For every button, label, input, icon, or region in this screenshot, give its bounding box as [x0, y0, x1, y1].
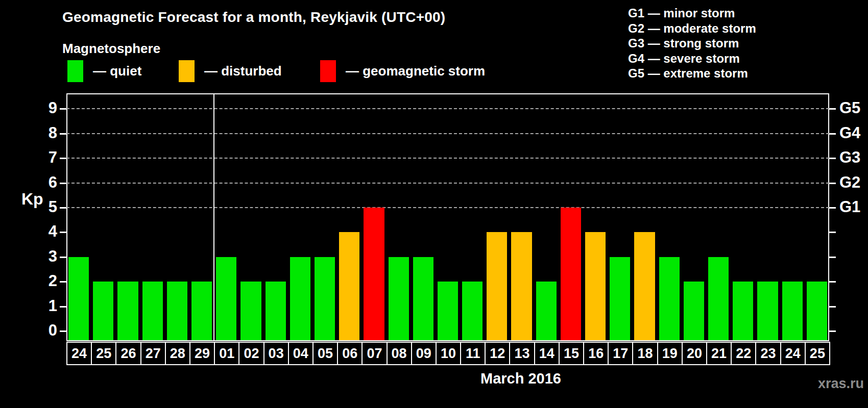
- y-axis-tick: [60, 306, 66, 308]
- bar: [240, 282, 261, 340]
- y-axis-tick: [60, 108, 66, 110]
- bar: [290, 257, 310, 340]
- x-axis-date-label: 24: [66, 342, 92, 365]
- x-axis-date-label: 18: [632, 342, 658, 365]
- bar: [659, 257, 680, 340]
- x-axis-date-label: 16: [583, 342, 609, 365]
- right-axis-label-g4: G4: [839, 124, 860, 142]
- bar: [585, 232, 606, 340]
- y-axis-tick-right: [829, 281, 836, 283]
- plot-layer: 0123456789G1G2G3G4G524252627282901020304…: [0, 0, 868, 408]
- bar: [610, 257, 630, 340]
- y-axis-tick-right: [829, 232, 836, 233]
- y-tick-label: 2: [27, 272, 57, 290]
- bar: [438, 282, 458, 340]
- x-axis-date-label: 23: [755, 342, 781, 365]
- y-axis-tick-right: [829, 183, 836, 184]
- bar: [413, 257, 433, 340]
- y-tick-label: 9: [27, 99, 57, 117]
- x-axis-date-label: 20: [682, 342, 707, 365]
- x-axis-date-label: 05: [312, 342, 338, 365]
- bar: [339, 232, 359, 340]
- x-axis-date-label: 27: [140, 342, 166, 365]
- y-axis-tick: [60, 257, 66, 258]
- x-axis-date-label: 11: [460, 342, 486, 365]
- bar: [93, 282, 113, 340]
- x-axis-date-label: 03: [263, 342, 289, 365]
- bar: [462, 282, 483, 340]
- grid-line: [66, 183, 829, 184]
- y-axis-tick: [60, 158, 66, 159]
- y-axis-tick-right: [829, 108, 836, 110]
- y-tick-label: 4: [27, 222, 57, 241]
- grid-line: [66, 158, 829, 159]
- bar: [561, 208, 581, 340]
- y-axis-tick-right: [829, 306, 836, 308]
- bar: [117, 282, 138, 340]
- y-axis-tick-right: [829, 133, 836, 135]
- x-axis-month-label: March 2016: [460, 370, 582, 387]
- watermark: xras.ru: [818, 376, 864, 392]
- x-axis-date-label: 25: [805, 342, 830, 365]
- bar: [733, 282, 753, 340]
- x-axis-date-label: 10: [436, 342, 461, 365]
- y-tick-label: 5: [27, 198, 57, 216]
- x-axis-date-label: 13: [509, 342, 535, 365]
- geomagnetic-forecast-chart: Geomagnetic Forecast for a month, Reykja…: [0, 0, 868, 408]
- x-axis-date-label: 04: [288, 342, 314, 365]
- bar: [142, 282, 163, 340]
- y-tick-label: 1: [27, 297, 57, 315]
- bar: [684, 282, 704, 340]
- x-axis-date-label: 29: [189, 342, 215, 365]
- bar: [364, 208, 384, 340]
- bar: [782, 282, 803, 340]
- bar: [511, 232, 532, 340]
- x-axis-date-label: 17: [608, 342, 633, 365]
- x-axis-date-label: 28: [165, 342, 190, 365]
- x-axis-date-label: 19: [657, 342, 683, 365]
- x-axis-date-label: 08: [387, 342, 412, 365]
- x-axis-date-label: 07: [361, 342, 387, 365]
- x-axis-date-label: 22: [731, 342, 756, 365]
- bar: [757, 282, 778, 340]
- y-axis-tick: [60, 232, 66, 233]
- x-axis-date-label: 25: [91, 342, 116, 365]
- y-axis-tick: [60, 133, 66, 135]
- y-axis-tick: [60, 281, 66, 283]
- y-tick-label: 8: [27, 124, 57, 142]
- x-axis-date-label: 21: [706, 342, 732, 365]
- bar: [487, 232, 507, 340]
- bar: [315, 257, 335, 340]
- right-axis-label-g1: G1: [839, 198, 860, 216]
- grid-line: [66, 207, 829, 208]
- x-axis-date-label: 01: [214, 342, 239, 365]
- y-axis-tick-right: [829, 158, 836, 159]
- x-axis-date-label: 02: [238, 342, 264, 365]
- right-axis-label-g5: G5: [839, 99, 860, 117]
- grid-line: [66, 108, 829, 109]
- y-axis-tick-right: [829, 257, 836, 258]
- x-axis-date-label: 24: [780, 342, 806, 365]
- right-axis-label-g2: G2: [839, 173, 860, 192]
- y-tick-label: 6: [27, 173, 57, 192]
- bar: [266, 282, 286, 340]
- bar: [389, 257, 409, 340]
- x-axis-date-label: 14: [534, 342, 560, 365]
- y-axis-tick: [60, 183, 66, 184]
- y-axis-tick: [60, 330, 66, 332]
- bar: [191, 282, 212, 340]
- right-axis-label-g3: G3: [839, 148, 860, 167]
- y-axis-tick-right: [829, 330, 836, 332]
- x-axis-date-label: 06: [337, 342, 363, 365]
- bar: [216, 257, 236, 340]
- bar: [634, 232, 655, 340]
- y-tick-label: 7: [27, 148, 57, 167]
- grid-line: [66, 133, 829, 134]
- x-axis-date-label: 09: [411, 342, 437, 365]
- y-tick-label: 0: [27, 321, 57, 340]
- x-axis-date-label: 12: [485, 342, 510, 365]
- y-tick-label: 3: [27, 247, 57, 266]
- x-axis-date-label: 15: [559, 342, 584, 365]
- y-axis-tick: [60, 207, 66, 209]
- bar: [708, 257, 729, 340]
